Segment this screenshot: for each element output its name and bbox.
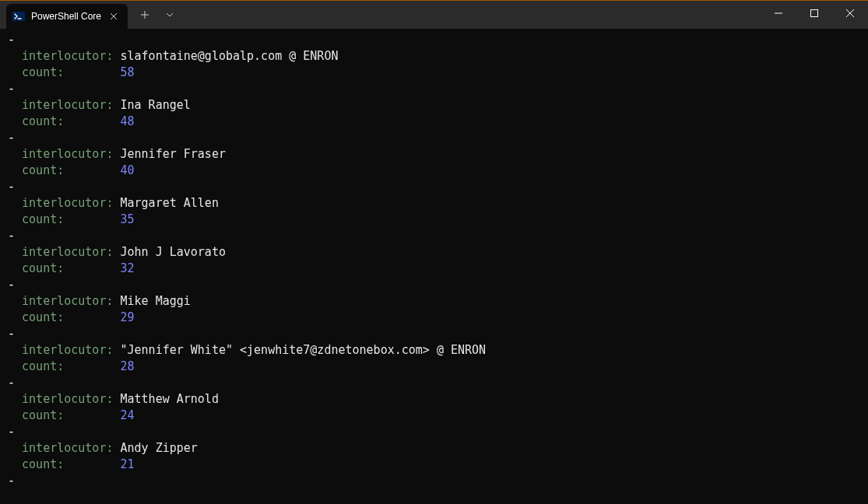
record-line: count: 48 — [8, 114, 135, 128]
value-interlocutor: Matthew Arnold — [121, 392, 219, 406]
label-interlocutor: interlocutor: — [22, 245, 120, 259]
maximize-button[interactable] — [796, 1, 832, 26]
value-interlocutor: Margaret Allen — [121, 196, 219, 210]
record-line: count: 21 — [8, 457, 135, 471]
record-line: interlocutor: Andy Zipper — [8, 441, 198, 455]
record-line: interlocutor: slafontaine@globalp.com @ … — [8, 49, 338, 63]
record-line: count: 58 — [8, 65, 135, 79]
tab-title: PowerShell Core — [31, 11, 101, 22]
record-line: interlocutor: Jennifer Fraser — [8, 147, 226, 161]
value-count: 48 — [121, 114, 135, 128]
titlebar: PowerShell Core — [0, 1, 868, 29]
record-line: count: 24 — [8, 408, 135, 422]
value-count: 29 — [121, 310, 135, 324]
yaml-dash: - — [8, 327, 15, 341]
value-count: 32 — [121, 261, 135, 275]
yaml-dash: - — [8, 278, 15, 292]
yaml-dash: - — [8, 82, 15, 96]
yaml-dash: - — [8, 33, 15, 47]
label-count: count: — [22, 457, 120, 471]
yaml-dash: - — [8, 425, 15, 439]
window-controls — [761, 1, 868, 26]
label-count: count: — [22, 408, 120, 422]
record-line: interlocutor: Ina Rangel — [8, 98, 191, 112]
value-interlocutor: "Jennifer White" <jenwhite7@zdnetonebox.… — [121, 343, 487, 357]
yaml-dash: - — [8, 229, 15, 243]
yaml-dash: - — [8, 131, 15, 145]
record-line: count: 35 — [8, 212, 135, 226]
value-count: 21 — [121, 457, 135, 471]
label-interlocutor: interlocutor: — [22, 392, 120, 406]
label-interlocutor: interlocutor: — [22, 147, 120, 161]
label-interlocutor: interlocutor: — [22, 49, 120, 63]
value-interlocutor: Jennifer Fraser — [121, 147, 226, 161]
powershell-icon — [12, 10, 25, 23]
label-interlocutor: interlocutor: — [22, 294, 120, 308]
close-tab-button[interactable] — [107, 10, 120, 23]
label-interlocutor: interlocutor: — [22, 196, 120, 210]
record-line: interlocutor: Margaret Allen — [8, 196, 219, 210]
record-line: count: 28 — [8, 359, 135, 373]
label-count: count: — [22, 310, 120, 324]
value-interlocutor: slafontaine@globalp.com @ ENRON — [121, 49, 339, 63]
value-interlocutor: Andy Zipper — [121, 441, 198, 455]
close-window-button[interactable] — [832, 1, 868, 26]
svg-rect-3 — [811, 10, 818, 17]
tab-actions — [134, 4, 181, 26]
label-interlocutor: interlocutor: — [22, 343, 120, 357]
yaml-dash: - — [8, 474, 15, 488]
value-interlocutor: Ina Rangel — [121, 98, 191, 112]
tab-powershell[interactable]: PowerShell Core — [6, 4, 128, 29]
record-line: count: 40 — [8, 163, 135, 177]
record-line: count: 32 — [8, 261, 135, 275]
new-tab-button[interactable] — [134, 4, 156, 26]
value-count: 28 — [121, 359, 135, 373]
record-line: interlocutor: Mike Maggi — [8, 294, 191, 308]
record-line: interlocutor: "Jennifer White" <jenwhite… — [8, 343, 486, 357]
record-line: interlocutor: Matthew Arnold — [8, 392, 219, 406]
tab-dropdown-button[interactable] — [159, 4, 181, 26]
label-count: count: — [22, 212, 120, 226]
value-interlocutor: Mike Maggi — [121, 294, 191, 308]
terminal-output[interactable]: - interlocutor: slafontaine@globalp.com … — [0, 29, 868, 492]
label-interlocutor: interlocutor: — [22, 441, 120, 455]
label-count: count: — [22, 114, 120, 128]
minimize-button[interactable] — [761, 1, 796, 26]
label-count: count: — [22, 163, 120, 177]
record-line: count: 29 — [8, 310, 135, 324]
value-count: 58 — [121, 65, 135, 79]
value-count: 40 — [121, 163, 135, 177]
svg-rect-0 — [12, 12, 25, 21]
value-count: 24 — [121, 408, 135, 422]
yaml-dash: - — [8, 376, 15, 390]
label-count: count: — [22, 261, 120, 275]
value-interlocutor: John J Lavorato — [121, 245, 226, 259]
label-count: count: — [22, 65, 120, 79]
value-count: 35 — [121, 212, 135, 226]
yaml-dash: - — [8, 180, 15, 194]
label-count: count: — [22, 359, 120, 373]
label-interlocutor: interlocutor: — [22, 98, 120, 112]
record-line: interlocutor: John J Lavorato — [8, 245, 226, 259]
